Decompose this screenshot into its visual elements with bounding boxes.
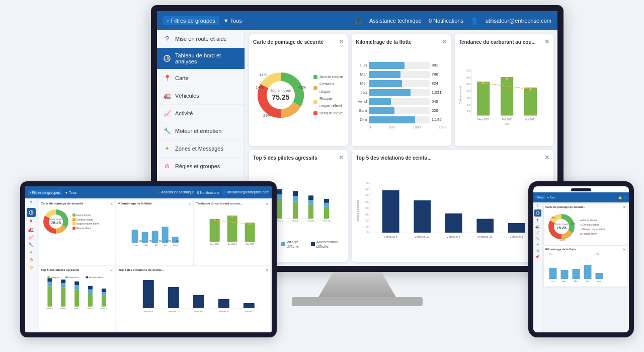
legend-label-moyen: Risque moyen élevé xyxy=(319,95,344,110)
legend-label-aucun: Aucun risque xyxy=(319,74,343,81)
tablet-icon-dashboard xyxy=(27,208,36,217)
phone-km-close[interactable]: ✕ xyxy=(623,248,626,252)
tablet-security-close[interactable]: ✕ xyxy=(110,202,113,205)
sidebar-item-carte[interactable]: 📍 Carte xyxy=(157,69,245,87)
tablet-user: 👤 utilisateur@entreprise.com xyxy=(222,190,269,194)
donut-pct-14-left: 14% xyxy=(256,85,264,90)
legend-dot-eleve xyxy=(313,111,317,115)
tablet-km-title: Kilométrage de la flotte xyxy=(118,202,151,205)
sidebar-label-regles: Règles et groupes xyxy=(175,163,220,169)
card-fuel-close[interactable]: ✕ xyxy=(544,38,549,45)
back-button[interactable]: ‹ Filtres de groupes xyxy=(163,16,219,25)
card-kilometrage: Kilométrage de la flotte ✕ Lun 881 xyxy=(352,34,450,146)
sidebar-item-vehicules[interactable]: 🚛 Véhicules xyxy=(157,87,245,105)
tablet-card-security: Carte de pointage de sécurité ✕ Score mo… xyxy=(39,200,115,265)
phone-notif-icon: 🔔 xyxy=(618,196,622,199)
card-kilometrage-close[interactable]: ✕ xyxy=(442,38,447,45)
sidebar-item-tableau[interactable]: Tableau de bord et analyses xyxy=(157,48,245,69)
notifications-label[interactable]: 0 Notifications xyxy=(429,18,463,24)
tablet-donut: Score moyen 75.25 xyxy=(41,206,71,237)
tablet-card-km-header: Kilométrage de la flotte ✕ xyxy=(118,202,190,205)
hbar-label-mer: Mer xyxy=(356,81,367,86)
sidebar-item-aide[interactable]: ? Mise en route et aide xyxy=(157,30,245,48)
help-icon: ? xyxy=(163,35,171,43)
legend-acceleration: Accélération difficile xyxy=(311,240,344,249)
svg-rect-100 xyxy=(61,283,65,288)
legend-dot-certains xyxy=(313,86,317,90)
svg-text:Jeu: Jeu xyxy=(164,244,167,246)
donut-chart: Score moyen 75.25 14% 43% 29% 14% xyxy=(253,67,308,123)
hbar-val-lun: 881 xyxy=(432,63,447,67)
hbar-track-vend xyxy=(369,98,429,105)
svg-text:300: 300 xyxy=(365,201,369,203)
hbar-val-jeu: 1,031 xyxy=(432,90,447,95)
hbar-fill-dim xyxy=(369,116,415,123)
tablet-card-violations-header: Top 5 des violations de ceintu... ✕ xyxy=(118,268,268,272)
support-label[interactable]: Assistance technique xyxy=(369,18,422,24)
card-security-close[interactable]: ✕ xyxy=(339,38,344,45)
tablet-card-agressifs-header: Top 5 des pilotes agressifs ✕ xyxy=(41,268,113,272)
sidebar-item-moteur[interactable]: 🔧 Moteur et entretien xyxy=(157,122,245,140)
legend-label-eleve: Risque élevé xyxy=(319,110,343,117)
legend-dot-virage xyxy=(281,242,285,246)
svg-rect-86 xyxy=(209,219,219,242)
svg-text:Mai 2021: Mai 2021 xyxy=(525,118,536,121)
donut-pct-14-top: 14% xyxy=(259,73,267,77)
rules-icon: ⊘ xyxy=(163,162,171,170)
card-violations-header: Top 5 des violations de ceintu... ✕ xyxy=(356,154,549,161)
tablet-violations-svg: Véhicule 8 Véhicule 11 Véhicule 4 Véhicu… xyxy=(118,273,268,313)
user-label[interactable]: utilisateur@entreprise.com xyxy=(486,18,551,24)
tous-filter[interactable]: ▼ Tous xyxy=(223,18,242,24)
svg-text:Pilote 21: Pilote 21 xyxy=(87,308,94,310)
legend-virage: Virage difficile xyxy=(281,240,306,249)
tablet-fuel-close[interactable]: ✕ xyxy=(266,202,268,205)
sidebar-item-regles[interactable]: ⊘ Règles et groupes xyxy=(157,158,245,175)
card-violations-title: Top 5 des violations de ceintu... xyxy=(356,155,431,161)
monitor-stand xyxy=(317,272,397,300)
svg-text:1,031: 1,031 xyxy=(166,240,172,242)
tablet-agressifs-close[interactable]: ✕ xyxy=(110,268,113,272)
svg-text:Pilote 21: Pilote 21 xyxy=(307,220,314,222)
card-kilometrage-title: Kilométrage de la flotte xyxy=(356,39,412,45)
tablet-back-btn[interactable]: › Filtres de groupes xyxy=(28,190,62,195)
hbar-sam: Sam 629 xyxy=(356,107,446,114)
svg-rect-120 xyxy=(86,276,88,278)
svg-text:Jeu: Jeu xyxy=(586,280,589,283)
svg-text:75.25: 75.25 xyxy=(556,226,567,230)
svg-text:450: 450 xyxy=(365,182,369,184)
phone-security-close[interactable]: ✕ xyxy=(623,205,626,209)
phone-sidebar: ? 📍 🚛 📈 🔧 ✦ ⊘ 📌 xyxy=(533,202,542,332)
sidebar-item-activite[interactable]: 📈 Activité xyxy=(157,105,245,122)
svg-text:Nombre d'incidents: Nombre d'incidents xyxy=(356,199,359,222)
phone-icon-wrench: 🔧 xyxy=(535,237,540,241)
tablet-violations-close[interactable]: ✕ xyxy=(266,268,268,272)
svg-text:100: 100 xyxy=(365,226,369,229)
svg-rect-143 xyxy=(584,265,592,279)
tablet-icon-truck: 🚛 xyxy=(28,227,34,232)
tablet-content-grid: Carte de pointage de sécurité ✕ Score mo… xyxy=(37,198,272,332)
svg-rect-116 xyxy=(47,276,49,278)
svg-text:1000: 1000 xyxy=(465,90,471,93)
card-violations-close[interactable]: ✕ xyxy=(544,154,549,161)
svg-text:800: 800 xyxy=(467,97,471,99)
tablet-icon-rules: ⊘ xyxy=(29,257,33,262)
svg-rect-13 xyxy=(524,88,536,116)
card-agressifs-close[interactable]: ✕ xyxy=(339,154,344,161)
svg-text:Virage difficile: Virage difficile xyxy=(69,276,79,278)
hbar-track-lun xyxy=(369,62,429,69)
phone-security-body: Score moyen 75.25 14% 43% 29% ■ Aucun ri… xyxy=(545,210,626,243)
phone-legend-certains: ■ Certains risque xyxy=(580,223,605,227)
tablet-legend-certains: 🟧 Certains risque xyxy=(72,218,99,222)
phone-card-km: Kilométrage de la flotte ✕ Lun Mar Mer xyxy=(544,246,627,287)
hbar-track-mer xyxy=(369,80,429,87)
svg-rect-140 xyxy=(549,268,557,279)
svg-rect-32 xyxy=(293,191,298,196)
svg-text:Vend: Vend xyxy=(173,244,178,246)
svg-rect-87 xyxy=(227,216,237,242)
fuel-svg: Carburant total 1600 1400 1200 1000 800 … xyxy=(459,62,549,128)
legend-certains: Certains risque xyxy=(313,81,344,95)
svg-text:Véhicule 4: Véhicule 4 xyxy=(447,235,461,238)
sidebar-label-carte: Carte xyxy=(175,75,189,81)
tablet-km-close[interactable]: ✕ xyxy=(188,202,191,205)
sidebar-item-zones[interactable]: ✦ Zones et Messages xyxy=(157,140,245,158)
